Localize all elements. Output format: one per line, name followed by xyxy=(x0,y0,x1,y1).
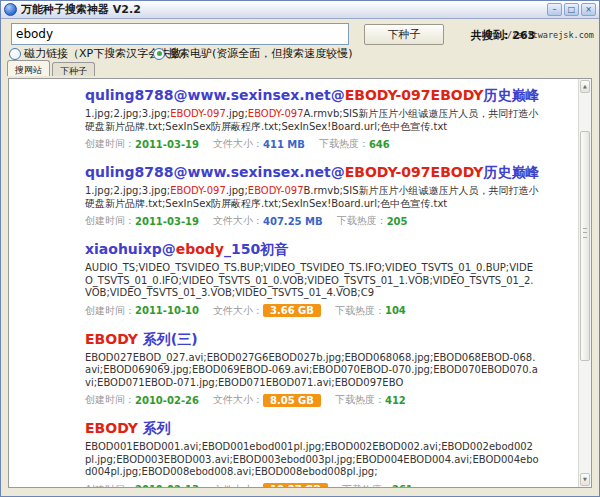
text-segment: EBOD027EBOD_027.avi;EBOD027G6EBOD027b.jp… xyxy=(85,352,538,388)
window-title: 万能种子搜索神器 V2.2 xyxy=(21,2,547,17)
text-segment: .jpg; xyxy=(226,185,248,196)
scrollbar-grip xyxy=(583,228,587,238)
meta-label: 下载热度： xyxy=(335,393,385,407)
tab-download-seed[interactable]: 下种子 xyxy=(52,62,95,76)
text-segment: EBODY-097 xyxy=(170,108,226,119)
text-segment: 1.jpg;2.jpg;3.jpg; xyxy=(85,108,170,119)
text-segment: quling8788@www.sexinsex.net@ xyxy=(85,164,345,180)
radio-icon[interactable] xyxy=(9,48,21,60)
download-seed-button[interactable]: 下种子 xyxy=(364,24,444,45)
result-title[interactable]: xiaohuixp@ebody_150初音 xyxy=(85,241,539,259)
meta-label: 下载热度： xyxy=(335,304,385,318)
meta-label: 文件大小： xyxy=(213,304,263,318)
text-segment: ebody xyxy=(176,241,224,257)
result-heat: 412 xyxy=(385,395,406,406)
meta-label: 创建时间： xyxy=(85,483,135,489)
text-segment: 1.jpg;2.jpg;3.jpg; xyxy=(85,185,170,196)
result-files: EBOD001EBOD001.avi;EBOD001ebod001pl.jpg;… xyxy=(85,441,539,479)
scrollbar-thumb[interactable] xyxy=(580,131,590,361)
result-created-date: 2011-03-19 xyxy=(135,139,199,150)
app-window: 万能种子搜索神器 V2.2 – □ × 下种子 共搜到: 263 http://… xyxy=(0,0,600,497)
tab-bar: 搜网站 下种子 xyxy=(7,62,95,78)
meta-label: 下载热度： xyxy=(342,483,392,489)
result-meta: 创建时间：2011-03-19文件大小：411 MB下载热度：646 xyxy=(85,137,539,151)
vertical-scrollbar[interactable]: ▲ ▼ xyxy=(578,79,591,487)
result-files: 1.jpg;2.jpg;3.jpg;EBODY-097.jpg;EBODY-09… xyxy=(85,185,539,210)
text-segment: 历史巅峰之做 众 xyxy=(483,164,539,180)
site-url: http://softwarejsk.com xyxy=(481,30,594,40)
text-segment: EBODY-097 xyxy=(248,185,304,196)
result-file-size: 10.27 GB xyxy=(263,483,328,488)
result-created-date: 2010-02-26 xyxy=(135,395,199,406)
meta-label: 下载热度： xyxy=(337,214,387,228)
text-segment: 系列(三) xyxy=(138,331,198,347)
meta-label: 文件大小： xyxy=(213,214,263,228)
text-segment: EBODY-097 xyxy=(170,185,226,196)
result-title[interactable]: EBODY 系列(三) xyxy=(85,331,539,349)
text-segment: quling8788@www.sexinsex.net@ xyxy=(85,87,345,103)
text-segment: EBODY xyxy=(85,331,138,347)
result-heat: 646 xyxy=(369,139,390,150)
result-file-size: 407.25 MB xyxy=(263,216,323,227)
search-mode-options: 磁力链接（XP下搜索汉字会失败） 搜索电驴(资源全面，但搜索速度较慢) xyxy=(9,46,591,62)
scroll-up-icon[interactable]: ▲ xyxy=(580,80,590,93)
result-meta: 创建时间：2011-03-19文件大小：407.25 MB下载热度：205 xyxy=(85,214,539,228)
text-segment: 历史巅峰之做 众 xyxy=(483,87,539,103)
maximize-icon[interactable]: □ xyxy=(564,3,579,16)
text-segment: EBODY-097 xyxy=(248,108,304,119)
result-files: 1.jpg;2.jpg;3.jpg;EBODY-097.jpg;EBODY-09… xyxy=(85,108,539,133)
text-segment: .jpg; xyxy=(226,108,248,119)
meta-label: 创建时间： xyxy=(85,304,135,318)
result-item: EBODY 系列(三)EBOD027EBOD_027.avi;EBOD027G6… xyxy=(85,331,539,408)
result-created-date: 2011-10-10 xyxy=(135,305,199,316)
text-segment: xiaohuixp@ xyxy=(85,241,176,257)
text-segment: EBODY-097EBODY xyxy=(345,87,484,103)
results-list: quling8788@www.sexinsex.net@EBODY-097EBO… xyxy=(9,79,591,488)
result-created-date: 2011-03-19 xyxy=(135,216,199,227)
result-item: quling8788@www.sexinsex.net@EBODY-097EBO… xyxy=(85,87,539,151)
meta-label: 创建时间： xyxy=(85,137,135,151)
meta-label: 文件大小： xyxy=(213,137,263,151)
result-item: quling8788@www.sexinsex.net@EBODY-097EBO… xyxy=(85,164,539,228)
radio-search-emule[interactable]: 搜索电驴(资源全面，但搜索速度较慢) xyxy=(153,46,353,61)
meta-label: 下载热度： xyxy=(319,137,369,151)
result-title[interactable]: EBODY 系列 xyxy=(85,420,539,438)
result-heat: 261 xyxy=(392,484,413,488)
result-files: EBOD027EBOD_027.avi;EBOD027G6EBOD027b.jp… xyxy=(85,352,539,390)
result-created-date: 2010-02-13 xyxy=(135,484,199,488)
meta-label: 文件大小： xyxy=(213,393,263,407)
text-segment: 系列 xyxy=(138,420,171,436)
window-controls: – □ × xyxy=(547,3,596,16)
result-heat: 104 xyxy=(385,305,406,316)
close-icon[interactable]: × xyxy=(581,3,596,16)
tab-search-site[interactable]: 搜网站 xyxy=(7,60,50,76)
text-segment: EBODY xyxy=(85,420,138,436)
scroll-down-icon[interactable]: ▼ xyxy=(580,473,590,486)
result-heat: 205 xyxy=(387,216,408,227)
text-segment: _150初音 xyxy=(224,241,288,257)
text-segment: EBOD001EBOD001.avi;EBOD001ebod001pl.jpg;… xyxy=(85,441,539,477)
result-file-size: 3.66 GB xyxy=(263,304,321,317)
result-item: xiaohuixp@ebody_150初音AUDIO_TS;VIDEO_TSVI… xyxy=(85,241,539,318)
result-meta: 创建时间：2010-02-26文件大小：8.05 GB下载热度：412 xyxy=(85,393,539,407)
result-meta: 创建时间：2010-02-13文件大小：10.27 GB下载热度：261 xyxy=(85,483,539,489)
meta-label: 文件大小： xyxy=(213,483,263,489)
result-files: AUDIO_TS;VIDEO_TSVIDEO_TS.BUP;VIDEO_TSVI… xyxy=(85,262,539,300)
radio-emule-label: 搜索电驴(资源全面，但搜索速度较慢) xyxy=(168,46,353,61)
meta-label: 创建时间： xyxy=(85,393,135,407)
titlebar: 万能种子搜索神器 V2.2 – □ × xyxy=(1,1,599,19)
result-file-size: 8.05 GB xyxy=(263,394,321,407)
radio-checked-icon[interactable] xyxy=(153,48,165,60)
text-segment: EBODY-097EBODY xyxy=(345,164,484,180)
result-item: EBODY 系列EBOD001EBOD001.avi;EBOD001ebod00… xyxy=(85,420,539,488)
text-segment: AUDIO_TS;VIDEO_TSVIDEO_TS.BUP;VIDEO_TSVI… xyxy=(85,262,533,298)
results-panel: quling8788@www.sexinsex.net@EBODY-097EBO… xyxy=(8,78,592,488)
result-file-size: 411 MB xyxy=(263,139,305,150)
app-icon xyxy=(4,3,17,16)
meta-label: 创建时间： xyxy=(85,214,135,228)
result-meta: 创建时间：2011-10-10文件大小：3.66 GB下载热度：104 xyxy=(85,304,539,318)
result-title[interactable]: quling8788@www.sexinsex.net@EBODY-097EBO… xyxy=(85,87,539,105)
result-title[interactable]: quling8788@www.sexinsex.net@EBODY-097EBO… xyxy=(85,164,539,182)
minimize-icon[interactable]: – xyxy=(547,3,562,16)
search-input[interactable] xyxy=(11,23,349,45)
